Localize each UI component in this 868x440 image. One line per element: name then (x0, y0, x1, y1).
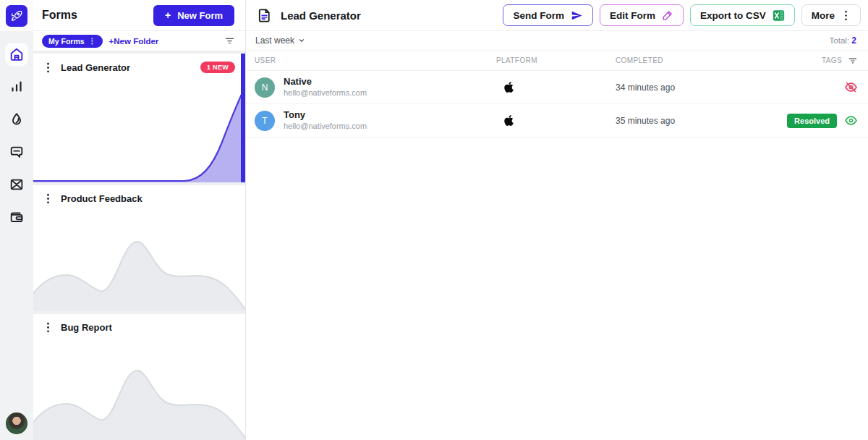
new-form-button[interactable]: + New Form (153, 5, 234, 26)
resolved-badge[interactable]: Resolved (787, 114, 837, 128)
total-value: 2 (851, 35, 856, 46)
edit-form-button[interactable]: Edit Form (600, 4, 684, 26)
platform-cell (493, 114, 613, 127)
tags-label: TAGS (822, 56, 842, 64)
avatar: N (255, 77, 275, 98)
logo-area (0, 0, 33, 31)
kebab-icon[interactable] (43, 62, 53, 73)
wallet-icon (9, 209, 25, 225)
col-header-user: USER (255, 56, 493, 64)
more-label: More (812, 10, 835, 21)
completed-time: 34 minutes ago (613, 82, 786, 93)
form-card-header: Lead Generator 1 NEW (33, 54, 245, 73)
export-csv-label: Export to CSV (700, 10, 766, 21)
mail-icon (9, 177, 25, 192)
user-name: Native (284, 76, 367, 88)
completed-time: 35 minutes ago (613, 116, 786, 126)
home-icon (9, 46, 25, 62)
sidebar-header: Forms + New Form (33, 0, 245, 31)
total-count: Total: 2 (830, 35, 856, 46)
send-icon (571, 9, 583, 22)
send-form-button[interactable]: Send Form (503, 4, 593, 26)
filter-icon[interactable] (848, 56, 858, 66)
plus-icon: + (165, 10, 171, 20)
form-card-title: Product Feedback (61, 193, 142, 204)
col-header-completed: COMPLETED (613, 56, 786, 64)
chat-icon (9, 144, 25, 160)
empty-area (246, 138, 868, 440)
droplet-icon (9, 111, 25, 127)
user-cell: T Tony hello@nativeforms.com (255, 109, 493, 132)
rocket-icon[interactable] (6, 5, 27, 27)
table-row[interactable]: T Tony hello@nativeforms.com 35 minutes … (246, 104, 868, 138)
col-header-tags: TAGS (786, 56, 858, 66)
edit-form-label: Edit Form (610, 10, 655, 21)
date-range-dropdown[interactable]: Last week (255, 35, 305, 46)
forms-sidebar: Forms + New Form My Forms ⋮ +New Folder (33, 0, 246, 440)
new-folder-button[interactable]: +New Folder (109, 37, 159, 46)
kebab-icon[interactable] (43, 193, 53, 204)
export-csv-button[interactable]: Export to CSV (690, 4, 795, 26)
chevron-down-icon (298, 37, 305, 44)
sidebar-item-analytics[interactable] (5, 75, 28, 98)
app-window: Forms + New Form My Forms ⋮ +New Folder (0, 0, 868, 440)
kebab-icon (841, 10, 851, 21)
form-card-product-feedback[interactable]: Product Feedback (33, 185, 245, 311)
new-form-label: New Form (177, 10, 223, 21)
user-avatar[interactable] (6, 412, 27, 434)
sparkline-gray-hills (33, 350, 245, 440)
apple-icon (503, 114, 514, 127)
more-button[interactable]: More (801, 4, 861, 26)
form-card-title: Lead Generator (61, 62, 130, 73)
sidebar-toolbar: My Forms ⋮ +New Folder (33, 31, 245, 51)
form-card-bug-report[interactable]: Bug Report (33, 314, 245, 440)
analytics-icon (9, 79, 25, 95)
tags-cell: Resolved (786, 114, 858, 128)
sidebar-item-droplet[interactable] (5, 108, 28, 131)
form-card-title: Bug Report (61, 322, 112, 333)
user-name: Tony (284, 109, 367, 121)
total-label: Total: (830, 36, 850, 45)
kebab-icon: ⋮ (89, 38, 96, 45)
sidebar-item-mail[interactable] (5, 173, 28, 196)
my-forms-pill[interactable]: My Forms ⋮ (42, 35, 103, 48)
action-buttons: Send Form Edit Form Export to CSV (503, 4, 861, 26)
sparkline-gray-hills (33, 221, 245, 311)
sidebar-item-home[interactable] (5, 43, 28, 66)
form-card-list: Lead Generator 1 NEW Product Feedback (33, 51, 245, 440)
form-card-header: Bug Report (33, 314, 245, 333)
excel-icon (773, 9, 785, 22)
table-header: USER PLATFORM COMPLETED TAGS (246, 51, 868, 71)
my-forms-label: My Forms (48, 37, 85, 46)
kebab-icon[interactable] (43, 322, 53, 333)
col-header-platform: PLATFORM (493, 56, 613, 64)
form-card-lead-generator[interactable]: Lead Generator 1 NEW (33, 54, 245, 182)
apple-icon (503, 81, 514, 93)
filter-bar: Last week Total: 2 (246, 31, 868, 51)
filter-icon[interactable] (224, 35, 235, 46)
user-email: hello@nativeforms.com (284, 121, 367, 132)
user-cell: N Native hello@nativeforms.com (255, 76, 493, 98)
date-range-label: Last week (255, 35, 294, 46)
pencil-icon (662, 9, 673, 21)
avatar: T (255, 111, 275, 131)
sidebar-item-wallet[interactable] (5, 206, 28, 229)
icon-rail (0, 0, 33, 440)
selected-form-indicator (241, 54, 245, 182)
eye-icon[interactable] (844, 114, 858, 127)
sidebar-item-chat[interactable] (5, 140, 28, 164)
user-email: hello@nativeforms.com (284, 88, 367, 98)
form-card-header: Product Feedback (33, 185, 245, 204)
form-title: Lead Generator (281, 9, 361, 22)
main-header: Lead Generator Send Form Edit Form Expor… (246, 0, 868, 31)
eye-off-icon[interactable] (844, 80, 858, 94)
platform-cell (493, 81, 613, 93)
new-responses-badge: 1 NEW (200, 62, 235, 73)
main-panel: Lead Generator Send Form Edit Form Expor… (246, 0, 868, 440)
document-icon (256, 7, 273, 24)
tags-cell (786, 80, 858, 94)
table-row[interactable]: N Native hello@nativeforms.com 34 minute… (246, 71, 868, 104)
page-title: Forms (42, 9, 77, 22)
send-form-label: Send Form (513, 10, 564, 21)
